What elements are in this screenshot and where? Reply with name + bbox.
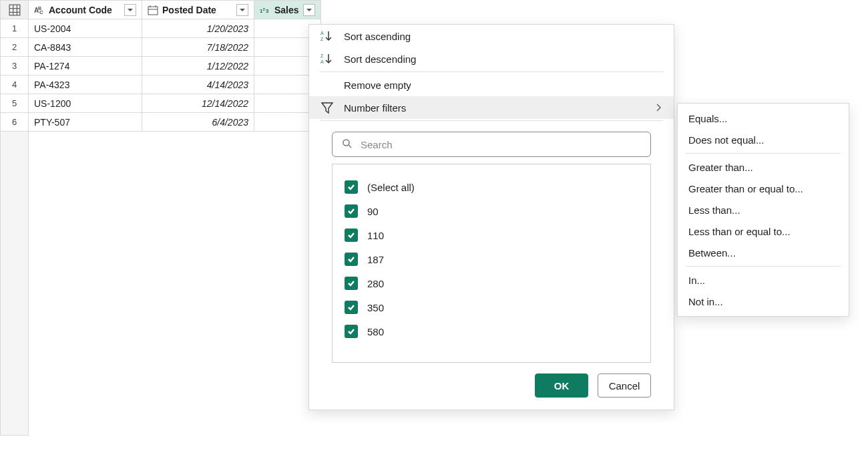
table-row[interactable]: 1 US-2004 1/20/2023 xyxy=(1,19,321,38)
text-type-icon: ABC xyxy=(34,5,45,15)
column-header-date[interactable]: Posted Date xyxy=(142,1,254,19)
checkbox-checked-icon[interactable] xyxy=(345,229,358,242)
number-filters-submenu: Equals... Does not equal... Greater than… xyxy=(677,103,849,317)
row-number[interactable]: 5 xyxy=(1,94,29,113)
cell-date[interactable]: 1/20/2023 xyxy=(142,19,254,38)
filter-value-label: 280 xyxy=(367,278,384,289)
filter-equals[interactable]: Equals... xyxy=(678,108,849,129)
grid-corner[interactable] xyxy=(1,1,29,19)
cell-account[interactable]: US-1200 xyxy=(29,94,142,113)
svg-marker-8 xyxy=(128,9,133,11)
svg-text:A: A xyxy=(320,59,324,64)
filter-value-label: (Select all) xyxy=(367,182,415,193)
cell-date[interactable]: 12/14/2022 xyxy=(142,94,254,113)
row-number[interactable]: 2 xyxy=(1,38,29,57)
cell-account[interactable]: US-2004 xyxy=(29,19,142,38)
table-row[interactable]: 5 US-1200 12/14/2022 xyxy=(1,94,321,113)
column-header-label: Posted Date xyxy=(162,5,216,15)
filter-does-not-equal[interactable]: Does not equal... xyxy=(678,129,849,150)
row-number[interactable]: 6 xyxy=(1,113,29,132)
checkbox-checked-icon[interactable] xyxy=(345,277,358,290)
ok-button[interactable]: OK xyxy=(535,373,588,398)
svg-marker-27 xyxy=(322,103,333,113)
separator xyxy=(320,71,663,72)
svg-text:3: 3 xyxy=(266,8,269,14)
filter-value-item[interactable]: 110 xyxy=(345,223,638,247)
checkbox-checked-icon[interactable] xyxy=(345,204,358,218)
column-header-sales[interactable]: 123 Sales xyxy=(254,1,321,19)
chevron-right-icon xyxy=(655,102,663,114)
row-number[interactable]: 1 xyxy=(1,19,29,38)
number-type-icon: 123 xyxy=(260,5,270,15)
svg-point-28 xyxy=(343,140,349,146)
cell-date[interactable]: 6/4/2023 xyxy=(142,113,254,132)
filter-value-item[interactable]: 90 xyxy=(345,199,638,223)
svg-rect-0 xyxy=(9,5,20,15)
sort-asc-icon: AZ xyxy=(320,29,335,43)
calendar-type-icon xyxy=(148,5,158,15)
separator xyxy=(686,266,841,267)
checkbox-checked-icon[interactable] xyxy=(345,180,358,194)
filler xyxy=(1,132,321,436)
row-number[interactable]: 3 xyxy=(1,57,29,75)
cell-account[interactable]: CA-8843 xyxy=(29,38,142,57)
table-row[interactable]: 6 PTY-507 6/4/2023 xyxy=(1,113,321,132)
column-header-label: Account Code xyxy=(49,5,112,15)
filter-search-box[interactable] xyxy=(332,132,651,157)
svg-rect-9 xyxy=(148,7,158,15)
filter-greater-than-or-equal[interactable]: Greater than or equal to... xyxy=(678,178,849,199)
filter-value-item[interactable]: 350 xyxy=(345,295,638,319)
cell-date[interactable]: 7/18/2022 xyxy=(142,38,254,57)
cell-account[interactable]: PA-4323 xyxy=(29,75,142,94)
svg-text:A: A xyxy=(320,31,324,35)
column-filter-button-sales[interactable] xyxy=(303,4,315,16)
svg-line-29 xyxy=(349,145,351,148)
sort-descending-item[interactable]: ZA Sort descending xyxy=(309,47,674,70)
cell-account[interactable]: PTY-507 xyxy=(29,113,142,132)
table-row[interactable]: 4 PA-4323 4/14/2023 xyxy=(1,75,321,94)
header-row: ABC Account Code Posted Date xyxy=(1,1,321,19)
data-grid: ABC Account Code Posted Date xyxy=(0,0,321,436)
svg-text:2: 2 xyxy=(262,6,265,11)
filter-not-in[interactable]: Not in... xyxy=(678,291,849,312)
checkbox-checked-icon[interactable] xyxy=(345,325,358,338)
cell-account[interactable]: PA-1274 xyxy=(29,57,142,75)
filter-value-item[interactable]: 187 xyxy=(345,247,638,271)
filter-value-item[interactable]: 580 xyxy=(345,319,638,343)
column-filter-button-account[interactable] xyxy=(124,4,136,16)
checkbox-checked-icon[interactable] xyxy=(345,301,358,314)
number-filters-item[interactable]: Number filters xyxy=(309,96,674,119)
cancel-button[interactable]: Cancel xyxy=(598,373,651,398)
svg-text:Z: Z xyxy=(320,53,324,58)
filter-value-label: 90 xyxy=(367,206,379,217)
filter-value-select-all[interactable]: (Select all) xyxy=(345,175,638,199)
row-number[interactable]: 4 xyxy=(1,75,29,94)
table-row[interactable]: 2 CA-8843 7/18/2022 xyxy=(1,38,321,57)
table-row[interactable]: 3 PA-1274 1/12/2022 xyxy=(1,57,321,75)
column-header-account[interactable]: ABC Account Code xyxy=(29,1,142,19)
table-icon xyxy=(9,4,21,16)
menu-item-label: Remove empty xyxy=(344,80,411,91)
filter-value-label: 350 xyxy=(367,302,384,313)
menu-item-label: Sort ascending xyxy=(344,31,411,42)
filter-value-label: 187 xyxy=(367,254,384,265)
filter-less-than[interactable]: Less than... xyxy=(678,199,849,220)
separator xyxy=(320,120,663,121)
column-filter-button-date[interactable] xyxy=(236,4,248,16)
svg-marker-16 xyxy=(240,9,245,11)
cell-date[interactable]: 4/14/2023 xyxy=(142,75,254,94)
filter-between[interactable]: Between... xyxy=(678,242,849,263)
remove-empty-item[interactable]: Remove empty xyxy=(309,73,674,96)
filter-in[interactable]: In... xyxy=(678,269,849,291)
svg-text:Z: Z xyxy=(320,37,324,41)
search-icon xyxy=(342,138,353,151)
checkbox-checked-icon[interactable] xyxy=(345,253,358,266)
filter-less-than-or-equal[interactable]: Less than or equal to... xyxy=(678,220,849,242)
filter-search-input[interactable] xyxy=(359,138,641,151)
cell-date[interactable]: 1/12/2022 xyxy=(142,57,254,75)
filter-values-list: (Select all) 90 110 187 280 350 580 xyxy=(332,164,651,363)
filter-greater-than[interactable]: Greater than... xyxy=(678,156,849,178)
menu-item-label: Number filters xyxy=(344,102,406,114)
sort-ascending-item[interactable]: AZ Sort ascending xyxy=(309,25,674,47)
filter-value-item[interactable]: 280 xyxy=(345,271,638,295)
